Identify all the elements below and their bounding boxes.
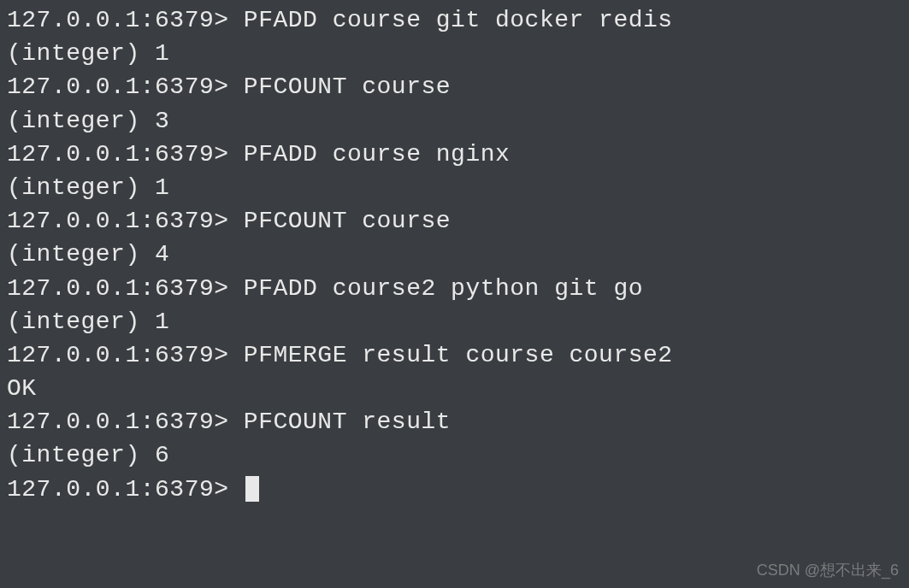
terminal-line: OK — [7, 372, 902, 405]
terminal-line: 127.0.0.1:6379> PFADD course nginx — [7, 138, 902, 171]
terminal-line: 127.0.0.1:6379> PFADD course2 python git… — [7, 272, 902, 305]
terminal-line: 127.0.0.1:6379> PFMERGE result course co… — [7, 338, 902, 372]
terminal-line: (integer) 1 — [7, 305, 902, 338]
terminal-input-line[interactable]: 127.0.0.1:6379> — [7, 473, 902, 506]
terminal-line: (integer) 4 — [7, 238, 902, 271]
terminal-line: (integer) 1 — [7, 37, 902, 70]
terminal-line: (integer) 3 — [7, 104, 902, 138]
terminal-line: 127.0.0.1:6379> PFCOUNT result — [7, 405, 902, 438]
cursor-icon — [245, 476, 259, 502]
terminal-output: 127.0.0.1:6379> PFADD course git docker … — [7, 3, 902, 506]
terminal-line: (integer) 1 — [7, 171, 902, 204]
watermark-text: CSDN @想不出来_6 — [757, 560, 899, 581]
terminal-line: 127.0.0.1:6379> PFADD course git docker … — [7, 3, 902, 37]
terminal-prompt: 127.0.0.1:6379> — [7, 473, 244, 506]
terminal-line: (integer) 6 — [7, 438, 902, 472]
terminal-line: 127.0.0.1:6379> PFCOUNT course — [7, 70, 902, 103]
terminal-line: 127.0.0.1:6379> PFCOUNT course — [7, 204, 902, 238]
